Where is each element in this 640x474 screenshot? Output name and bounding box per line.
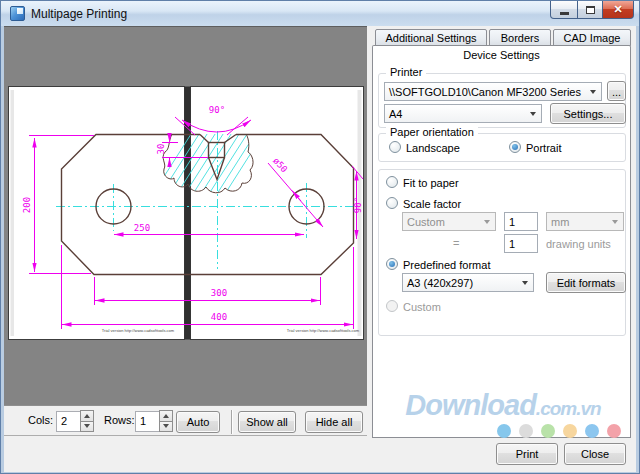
title-bar[interactable]: Multipage Printing ✕ (1, 1, 639, 26)
tab-borders[interactable]: Borders (489, 29, 551, 46)
page-2[interactable] (191, 87, 364, 340)
print-preview-area[interactable]: 90° 30 ø50 200 250 300 400 90° Trial ver… (4, 26, 367, 405)
predefined-format-radio[interactable] (386, 258, 398, 270)
fit-to-paper-radio[interactable] (386, 176, 398, 188)
minimize-button[interactable] (550, 1, 578, 19)
dim-plate-height-label: 200 (22, 197, 32, 213)
watermark-brand: Download (405, 389, 536, 421)
watermark-dot (519, 424, 533, 438)
unit-select: mm (546, 212, 624, 231)
cols-down-button[interactable] (80, 421, 94, 433)
custom-label: Custom (403, 301, 441, 313)
watermark-dot (585, 424, 599, 438)
show-all-button[interactable]: Show all (238, 411, 296, 433)
hide-all-button[interactable]: Hide all (305, 411, 363, 433)
watermark-suffix: .com.vn (536, 398, 601, 419)
predefined-format-label[interactable]: Predefined format (403, 259, 490, 271)
format-select[interactable]: A3 (420x297) (402, 273, 534, 292)
dim-bottom-edge-label: 300 (211, 288, 227, 298)
chevron-down-icon (530, 112, 536, 119)
fit-to-paper-label[interactable]: Fit to paper (403, 177, 459, 189)
rows-spinner (159, 411, 173, 432)
dim-total-width-label: 400 (211, 312, 227, 322)
close-button[interactable]: ✕ (602, 1, 634, 19)
watermark-dot (541, 424, 555, 438)
landscape-radio[interactable] (389, 141, 401, 153)
landscape-label[interactable]: Landscape (406, 142, 460, 154)
format-value: A3 (420x297) (407, 277, 473, 289)
dim-angle-label: 90° (209, 105, 225, 115)
unit-value: mm (551, 216, 569, 228)
scale-factor-radio[interactable] (386, 197, 398, 209)
chevron-down-icon (484, 220, 490, 227)
dim-right-edge-label: 90° (353, 197, 363, 213)
paper-size-value: A4 (389, 108, 402, 120)
cols-spinner (80, 411, 94, 432)
printer-group-label: Printer (386, 66, 426, 78)
toolbar-separator (231, 410, 233, 434)
chevron-down-icon (522, 281, 528, 288)
watermark: Download.com.vn (374, 389, 632, 422)
close-icon: ✕ (613, 3, 622, 16)
maximize-button[interactable] (577, 1, 603, 19)
close-dialog-button[interactable]: Close (564, 443, 626, 465)
custom-radio (386, 300, 398, 312)
scale-factor-label[interactable]: Scale factor (403, 198, 461, 210)
auto-button[interactable]: Auto (176, 411, 220, 433)
edit-formats-button[interactable]: Edit formats (546, 272, 626, 293)
printer-settings-button[interactable]: Settings... (550, 103, 626, 124)
scale-mode-value: Custom (407, 216, 445, 228)
watermark-dot (563, 424, 577, 438)
cad-preview-canvas: 90° 30 ø50 200 250 300 400 90° Trial ver… (4, 27, 367, 405)
page-margin-strip (11, 90, 15, 336)
watermark-dot (497, 424, 511, 438)
equals-sign: = (453, 237, 459, 249)
printer-select[interactable]: \\SOFTGOLD10\Canon MF3200 Series (384, 82, 602, 101)
chevron-down-icon (612, 220, 618, 227)
tab-cad-image[interactable]: CAD Image (553, 29, 631, 46)
tab-device-settings[interactable]: Device Settings (372, 45, 631, 64)
app-icon (10, 6, 25, 21)
rows-label: Rows: (104, 414, 135, 426)
cols-label: Cols: (28, 414, 53, 426)
scale-value-input[interactable]: 1 (504, 212, 538, 231)
cols-input[interactable]: 2 (56, 411, 81, 432)
drawing-units-label: drawing units (546, 238, 611, 250)
chevron-down-icon (590, 90, 596, 97)
orientation-group-label: Paper orientation (386, 126, 478, 138)
multipage-printing-dialog: Multipage Printing ✕ (0, 0, 640, 474)
maximize-icon (586, 6, 595, 14)
minimize-icon (560, 12, 569, 15)
tab-additional-settings[interactable]: Additional Settings (375, 29, 487, 46)
watermark-dots (497, 424, 629, 438)
rows-down-button[interactable] (159, 421, 173, 433)
portrait-label[interactable]: Portrait (526, 142, 561, 154)
page1-footer: Trial version http://www.cadsofttools.co… (102, 328, 175, 333)
print-button[interactable]: Print (496, 443, 558, 465)
drawing-units-input[interactable]: 1 (504, 234, 538, 253)
paper-size-select[interactable]: A4 (384, 104, 542, 123)
dim-hole-spacing-label: 250 (134, 223, 150, 233)
browse-printer-button[interactable]: ... (607, 81, 626, 101)
rows-input[interactable]: 1 (135, 411, 160, 432)
dim-notch-depth-label: 30 (156, 144, 166, 155)
window-title: Multipage Printing (31, 7, 127, 21)
printer-select-value: \\SOFTGOLD10\Canon MF3200 Series (389, 86, 581, 98)
watermark-dot (607, 424, 621, 438)
page2-footer: Trial version http://www.cadsofttools.co… (287, 328, 360, 333)
portrait-radio[interactable] (509, 141, 521, 153)
preview-toolbar: Cols: 2 Rows: 1 Auto Show all Hide all (4, 405, 367, 436)
scale-mode-select: Custom (402, 212, 496, 231)
